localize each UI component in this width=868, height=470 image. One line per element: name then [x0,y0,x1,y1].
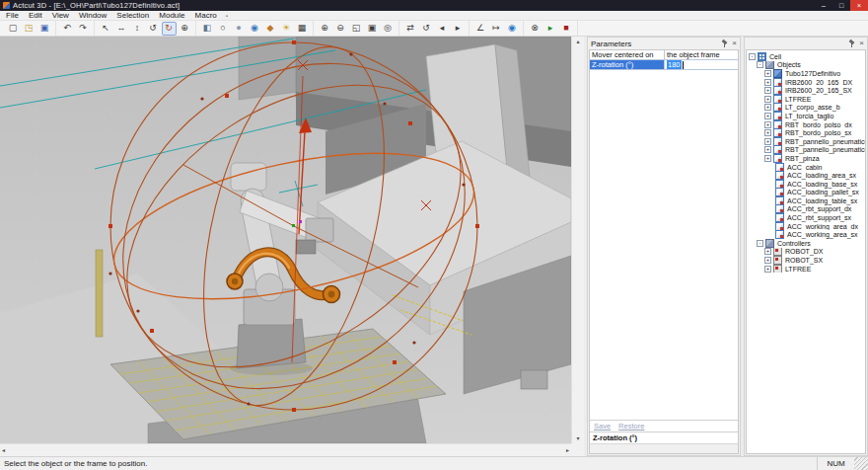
solid-view-button[interactable]: ● [232,22,247,36]
tree-item-robot_dx[interactable]: +ROBOT_DX [747,248,865,257]
scroll-down-icon[interactable]: ▾ [574,433,581,443]
pan-view-button[interactable]: ⇄ [403,22,418,36]
stop-simulation-button[interactable]: ■ [559,22,574,36]
menu-macro[interactable]: Macro [190,11,222,20]
tree-item-acc_working_area_sx[interactable]: ACC_working_area_sx [747,230,865,239]
orbit-view-button[interactable]: ↺ [419,22,434,36]
scroll-up-icon[interactable]: ▴ [574,37,581,46]
expand-icon[interactable]: + [764,87,771,94]
zoom-window-button[interactable]: ◱ [349,22,364,36]
collapse-icon[interactable]: - [749,53,756,60]
tree-item-rbt_bordo_polso_dx[interactable]: +RBT_bordo_polso_dx [747,120,865,129]
tree-item-acc_loading_table_sx[interactable]: ACC_loading_table_sx [747,196,865,205]
minimize-button[interactable]: – [815,0,832,11]
tree-item-acc_rbt_support_sx[interactable]: ACC_rbt_support_sx [747,213,865,222]
viewport-vertical-scrollbar[interactable]: ▴ ▾ [571,37,584,443]
wireframe-view-button[interactable]: ○ [216,22,231,36]
select-tool-button[interactable]: ↖ [99,22,113,36]
menu-file[interactable]: File [1,11,24,20]
free-rotate-tool-button[interactable]: ↻ [162,22,177,36]
tree-item-robot_sx[interactable]: +ROBOT_SX [747,256,865,265]
expand-icon[interactable]: + [764,104,771,111]
maximize-button[interactable]: □ [832,0,850,11]
expand-icon[interactable]: + [764,266,771,273]
zoom-in-button[interactable]: ⊕ [318,22,332,36]
zoom-out-button[interactable]: ⊖ [333,22,348,36]
tree-item-rbt_pannello_pneumatico_sx[interactable]: +RBT_pannello_pneumatico_sx [747,146,865,155]
menu-module[interactable]: Module [154,11,189,20]
tree-item-lt_corpo_asse_b[interactable]: +LT_corpo_asse_b [747,104,865,113]
expand-icon[interactable]: + [764,121,771,128]
tree-item-rbt_bordo_polso_sx[interactable]: +RBT_bordo_polso_sx [747,128,865,137]
menu-view[interactable]: View [47,11,74,20]
scroll-left-icon[interactable]: ◂ [0,445,7,455]
light-toggle-button[interactable]: ☀ [279,22,294,36]
expand-icon[interactable]: + [764,79,771,86]
tree-item-acc_rbt_support_dx[interactable]: ACC_rbt_support_dx [747,205,865,214]
expand-icon[interactable]: + [764,248,771,255]
center-on-tool-button[interactable]: ⊕ [178,22,192,36]
expand-icon[interactable]: + [764,70,771,77]
save-button[interactable]: Save [594,422,611,431]
measure-angle-button[interactable]: ∠ [473,22,488,36]
viewport-horizontal-scrollbar[interactable]: ◂ ▸ [0,443,571,456]
next-view-button[interactable]: ▸ [451,22,466,36]
pin-icon[interactable] [721,39,729,47]
panel-close-icon[interactable]: × [859,39,864,47]
tree-item-irb2600_20_165_dx[interactable]: +IRB2600_20_165_DX [747,78,865,87]
zoom-selection-button[interactable]: ◎ [381,22,396,36]
measure-distance-button[interactable]: ↦ [489,22,504,36]
collapse-icon[interactable]: - [757,61,763,68]
menu-selection[interactable]: Selection [111,11,154,20]
restore-button[interactable]: Restore [618,422,644,431]
previous-view-button[interactable]: ◂ [435,22,450,36]
z-rotation-input[interactable]: 180 [665,60,738,69]
tree-item-acc_loading_area_sx[interactable]: ACC_loading_area_sx [747,171,865,180]
tree-item-ltfree[interactable]: +LTFREE [747,265,865,274]
expand-icon[interactable]: + [764,146,771,153]
expand-icon[interactable]: + [764,138,771,145]
shaded-view-button[interactable]: ◧ [200,22,215,36]
tree-item-cell[interactable]: -Cell [747,52,865,61]
close-button[interactable]: × [850,0,868,11]
resize-grip[interactable] [854,457,868,470]
tree-item-rbt_pinza[interactable]: +RBT_pinza [747,154,865,163]
undo-button[interactable]: ↶ [60,22,75,36]
run-simulation-button[interactable]: ▸ [543,22,558,36]
tree-item-controllers[interactable]: -Controllers [747,239,865,248]
collision-check-button[interactable]: ⊗ [528,22,542,36]
grid-toggle-button[interactable]: ▦ [295,22,310,36]
panel-close-icon[interactable]: × [732,39,737,47]
tree-item-ltfree[interactable]: +LTFREE [747,95,865,104]
tree-item-objects[interactable]: -Objects [747,61,865,70]
pin-icon[interactable] [848,39,856,47]
menu-window[interactable]: Window [74,11,111,20]
expand-icon[interactable]: + [764,257,771,264]
move-horizontal-tool-button[interactable]: ↔ [114,22,129,36]
redo-button[interactable]: ↷ [76,22,91,36]
tree-item-acc_cabin[interactable]: ACC_cabin [747,163,865,172]
rotate-tool-button[interactable]: ↺ [146,22,161,36]
scroll-right-icon[interactable]: ▸ [564,445,571,455]
move-vertical-tool-button[interactable]: ↕ [130,22,145,36]
expand-icon[interactable]: + [764,129,771,136]
menu-edit[interactable]: Edit [24,11,47,20]
open-file-button[interactable]: ◳ [22,22,36,36]
tree-item-lt_torcia_taglio[interactable]: +LT_torcia_taglio [747,112,865,120]
tree-item-rbt_pannello_pneumatico_dx[interactable]: +RBT_pannello_pneumatico_dx [747,137,865,146]
expand-icon[interactable]: + [764,155,771,162]
tree-item-tubo127definitivo[interactable]: +Tubo127Definitivo [747,69,865,78]
tree-item-acc_working_area_dx[interactable]: ACC_working_area_dx [747,222,865,231]
material-view-button[interactable]: ◆ [263,22,278,36]
viewport-3d-scene[interactable] [0,37,571,443]
info-button[interactable]: ◉ [505,22,520,36]
mover-centered-on-value[interactable]: the object frame [665,50,738,59]
tree-item-acc_loading_base_sx[interactable]: ACC_loading_base_sx [747,180,865,189]
sphere-view-button[interactable]: ◉ [248,22,262,36]
tree-item-irb2600_20_165_sx[interactable]: +IRB2600_20_165_SX [747,86,865,95]
collapse-icon[interactable]: - [757,240,763,247]
save-file-button[interactable]: ▣ [37,22,52,36]
zoom-fit-button[interactable]: ▣ [365,22,380,36]
new-file-button[interactable]: ▢ [6,22,21,36]
tree-item-acc_loading_pallet_sx[interactable]: ACC_loading_pallet_sx [747,189,865,197]
